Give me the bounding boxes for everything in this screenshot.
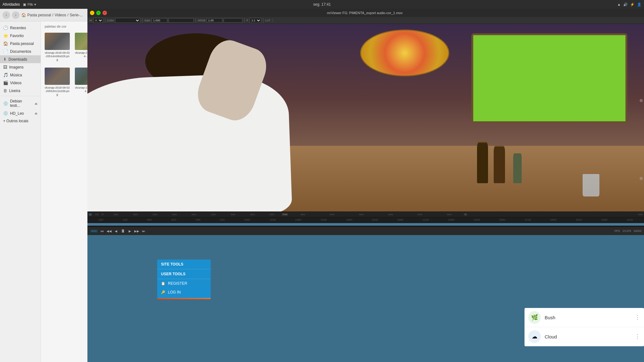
app-label[interactable]: Fltk — [27, 3, 33, 6]
fm-breadcrumb: 🏠 Pasta pessoal / Videos / Serie-... — [21, 13, 86, 17]
user-tools-header[interactable]: USER TOOLS — [157, 269, 211, 279]
sidebar-item-downloads[interactable]: ⬇ Downloads — [0, 55, 41, 63]
next-frame-button[interactable]: ▶ — [127, 228, 133, 234]
right-panel: 🌿 Bush ⋮ ☁ Cloud ⋮ — [525, 308, 644, 346]
sidebar-label-hd-leo: HD_Leo — [10, 111, 24, 116]
sidebar-item-pasta-pessoal[interactable]: 🏠 Pasta pessoal — [0, 40, 41, 47]
sidebar-item-outros-locais[interactable]: + Outros locais — [0, 117, 41, 125]
sidebar-item-lixeira[interactable]: 🗑 Lixeira — [0, 87, 41, 95]
srgb-input[interactable] — [207, 18, 222, 23]
tl-num: 6100 — [171, 219, 176, 221]
gain-slider[interactable] — [169, 18, 194, 23]
sidebar-item-hd-leo[interactable]: 💿 HD_Leo ⏏ — [0, 109, 41, 117]
gain-input[interactable] — [152, 18, 167, 23]
login-item[interactable]: 🔑 LOG IN — [157, 288, 211, 297]
popup-menu: SITE TOOLS USER TOOLS 📋 REGISTER 🔑 LOG I… — [157, 260, 211, 299]
step-forward-button[interactable]: ▶▶ — [134, 228, 140, 234]
tl-num: 3100 — [123, 219, 128, 221]
site-tools-header[interactable]: SITE TOOLS — [157, 260, 211, 269]
tl-num: 10600 — [244, 219, 250, 221]
person-body — [87, 72, 292, 211]
user-icon[interactable]: 👤 — [637, 3, 641, 7]
breadcrumb-sep1: / — [52, 13, 53, 17]
hdleo-icon: 💿 — [3, 111, 8, 116]
list-item[interactable]: vlcsnap-2018-09-02-20h53m12s339.png — [43, 66, 71, 98]
bush-menu-button[interactable]: ⋮ — [635, 314, 640, 321]
prev-frame-button[interactable]: ◀ — [113, 228, 119, 234]
cloud-menu-button[interactable]: ⋮ — [635, 333, 640, 340]
scrollbar-handle-top[interactable] — [640, 99, 643, 102]
sidebar-label-outros: + Outros locais — [3, 119, 28, 123]
app-dropdown-icon[interactable]: ▾ — [34, 3, 36, 7]
maximize-button[interactable]: + — [96, 11, 101, 15]
panel-item-cloud: ☁ Cloud ⋮ — [525, 327, 644, 346]
play-pause-button[interactable]: ⏸ — [120, 228, 126, 234]
bush-label: Bush — [545, 315, 631, 320]
w-select[interactable]: A — [93, 18, 103, 23]
ruler-label: NAN — [153, 213, 157, 216]
skip-to-start-button[interactable]: ⏮ — [99, 228, 105, 234]
fm-toolbar: ‹ › 🏠 Pasta pessoal / Videos / Serie-... — [0, 9, 88, 21]
minimize-button[interactable]: − — [90, 11, 94, 15]
timeline-ruler: 1 333 45 NAN NAN NAN NAN NAN NAN NAN NAN… — [87, 212, 644, 217]
timeline-tracks[interactable] — [87, 222, 644, 227]
network-icon: ▲ — [617, 3, 621, 6]
skip-to-end-button[interactable]: ⏭ — [141, 228, 147, 234]
breadcrumb-part2[interactable]: Videos — [55, 13, 66, 17]
sidebar-item-imagens[interactable]: 🖼 Imagens — [0, 63, 41, 71]
sidebar-item-debian[interactable]: 💿 Debian testi... ⏏ — [0, 97, 41, 109]
tl-num: 27100 — [525, 219, 531, 221]
toolbar-f-group: F 1:1 — [247, 18, 264, 23]
sidebar-item-musica[interactable]: 🎵 Música — [0, 71, 41, 79]
breadcrumb-part3[interactable]: Serie-... — [70, 13, 83, 17]
hdleo-eject-icon[interactable]: ⏏ — [35, 112, 37, 115]
debian-icon: 💿 — [3, 101, 8, 106]
bottle-1 — [494, 146, 505, 183]
ruler-label: NAN — [114, 213, 118, 216]
thumbnail — [45, 33, 70, 50]
sidebar-item-videos[interactable]: 🎬 Videos — [0, 79, 41, 87]
ruler-marks-row: NAN NAN NAN NAN NAN NAN NAN NAN NAN — [106, 213, 281, 216]
battery-icon: ⚡ — [630, 3, 635, 7]
breadcrumb-part1[interactable]: Pasta pessoal — [27, 13, 51, 17]
sidebar-item-favorito[interactable]: ⭐ Favorito — [0, 32, 41, 40]
sidebar-label-pasta-pessoal: Pasta pessoal — [10, 41, 34, 46]
activities-label[interactable]: Atividades — [3, 2, 20, 7]
color-select[interactable] — [115, 18, 140, 23]
lut-label: LUT — [265, 19, 271, 22]
bush-icon: 🌿 — [528, 311, 541, 324]
list-item[interactable]: vlcsnap-2018-09-02-20h14m06s028.png — [43, 31, 71, 63]
fm-forward-button[interactable]: › — [12, 11, 19, 19]
close-button[interactable]: × — [103, 11, 107, 15]
f-select[interactable]: 1:1 — [250, 18, 261, 23]
fps-label: FPS — [614, 229, 620, 233]
app-icon: ▣ — [23, 3, 26, 7]
toolbar-gain-group: Gain — [144, 18, 196, 23]
debian-eject-icon[interactable]: ⏏ — [35, 102, 37, 105]
srgb-slider[interactable] — [224, 18, 242, 23]
scrollbar-handle-bottom[interactable] — [640, 177, 643, 180]
register-item[interactable]: 📋 REGISTER — [157, 279, 211, 288]
f-label: F — [247, 19, 248, 22]
ruler-y: Y — [464, 213, 467, 216]
tl-num: 19600 — [397, 219, 403, 221]
ruler-marks-row2: NAN NAN NAN NAN NAN NAN — [288, 213, 464, 216]
ruler-current-frame: 1 — [90, 213, 91, 216]
sidebar-label-recentes: Recentes — [10, 26, 26, 30]
list-item[interactable]: vlcsnap-2...02-20h54...p — [74, 66, 88, 98]
list-item[interactable]: vlcsnap-2...02-20h24-....p — [74, 31, 88, 63]
color-label: Color — [107, 19, 114, 22]
sidebar-label-downloads: Downloads — [8, 57, 27, 62]
sidebar-item-recentes[interactable]: 🕐 Recentes — [0, 24, 41, 32]
timeline-track-bar[interactable] — [87, 223, 644, 226]
sidebar-label-lixeira: Lixeira — [9, 89, 20, 93]
fm-back-button[interactable]: ‹ — [3, 11, 10, 19]
fm-content: paletas de cor vlcsnap-2018-09-02-20h14m… — [41, 21, 88, 362]
ruler-label2: NAN — [388, 213, 393, 216]
step-back-button[interactable]: ◀◀ — [106, 228, 112, 234]
ruler-label: NAN — [192, 213, 196, 216]
sidebar-item-documentos[interactable]: 📄 Documentos — [0, 47, 41, 55]
thumbnail — [75, 33, 88, 50]
ruler-pvr: PVR — [282, 213, 288, 216]
timeline-numbers: 1600 3100 4600 6100 7600 9100 10600 1210… — [87, 217, 644, 222]
